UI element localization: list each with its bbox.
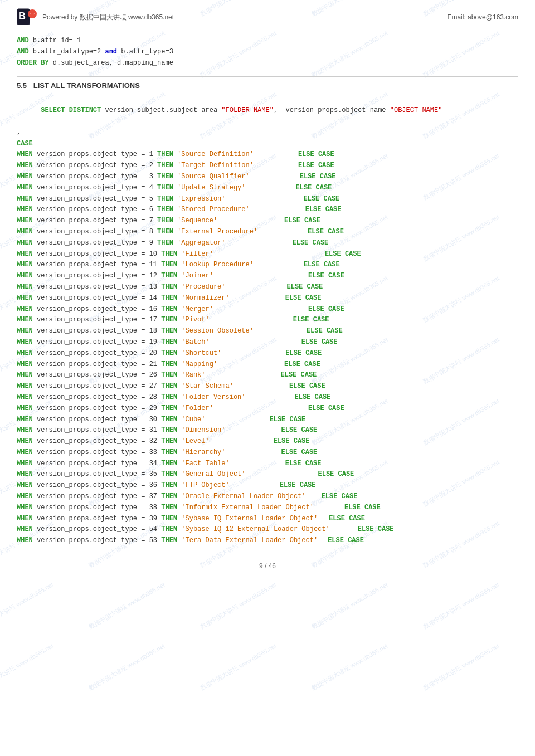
page-footer: 9 / 46 [17,558,518,570]
when-line-39: WHEN version_props.object_type = 39 THEN… [17,514,518,525]
when-line-10: WHEN version_props.object_type = 10 THEN… [17,249,518,260]
when-line-38: WHEN version_props.object_type = 38 THEN… [17,503,518,514]
select-line: SELECT DISTINCT version_subject.subject_… [17,94,518,127]
when-line-36: WHEN version_props.object_type = 36 THEN… [17,480,518,491]
when-line-54: WHEN version_props.object_type = 54 THEN… [17,524,518,535]
when-line-34: WHEN version_props.object_type = 34 THEN… [17,459,518,470]
when-line-17: WHEN version_props.object_type = 17 THEN… [17,315,518,326]
powered-by-text: Powered by 数据中国大讲坛 www.db365.net [42,13,174,22]
sql-block: SELECT DISTINCT version_subject.subject_… [17,94,518,547]
svg-point-3 [31,12,34,16]
when-line-29: WHEN version_props.object_type = 29 THEN… [17,403,518,414]
when-line-32: WHEN version_props.object_type = 32 THEN… [17,436,518,447]
when-line-28: WHEN version_props.object_type = 28 THEN… [17,392,518,403]
email-info: Email: above@163.com [447,13,518,21]
when-line-16: WHEN version_props.object_type = 16 THEN… [17,304,518,315]
when-line-13: WHEN version_props.object_type = 13 THEN… [17,282,518,293]
when-line-31: WHEN version_props.object_type = 31 THEN… [17,425,518,436]
when-line-37: WHEN version_props.object_type = 37 THEN… [17,491,518,503]
svg-text:B: B [18,11,26,22]
case-keyword-line: CASE [17,139,518,150]
when-line-3: WHEN version_props.object_type = 3 THEN … [17,172,518,183]
when-line-7: WHEN version_props.object_type = 7 THEN … [17,216,518,227]
when-line-1: WHEN version_props.object_type = 1 THEN … [17,149,518,160]
when-line-12: WHEN version_props.object_type = 12 THEN… [17,271,518,282]
when-line-14: WHEN version_props.object_type = 14 THEN… [17,293,518,304]
intro-code: AND b.attr_id= 1 AND b.attr_datatype=2 a… [17,36,518,69]
intro-line-1: AND b.attr_id= 1 [17,36,518,47]
page-number: 9 / 46 [259,562,276,570]
when-line-6: WHEN version_props.object_type = 6 THEN … [17,204,518,216]
when-line-27: WHEN version_props.object_type = 27 THEN… [17,381,518,392]
when-line-8: WHEN version_props.object_type = 8 THEN … [17,227,518,238]
when-line-21: WHEN version_props.object_type = 21 THEN… [17,359,518,370]
when-line-9: WHEN version_props.object_type = 9 THEN … [17,238,518,249]
section-heading: 5.5 LIST ALL TRANSFORMATIONS [17,76,518,90]
section-title: LIST ALL TRANSFORMATIONS [33,81,140,90]
when-line-33: WHEN version_props.object_type = 33 THEN… [17,447,518,459]
intro-line-2: AND b.attr_datatype=2 and b.attr_type=3 [17,47,518,58]
when-line-30: WHEN version_props.object_type = 30 THEN… [17,414,518,426]
when-line-35: WHEN version_props.object_type = 35 THEN… [17,469,518,480]
when-line-26: WHEN version_props.object_type = 26 THEN… [17,370,518,381]
when-line-2: WHEN version_props.object_type = 2 THEN … [17,160,518,172]
when-line-5: WHEN version_props.object_type = 5 THEN … [17,194,518,205]
intro-line-3: ORDER BY d.subject_area, d.mapping_name [17,58,518,69]
comma-line: , [17,128,518,139]
when-line-53: WHEN version_props.object_type = 53 THEN… [17,535,518,547]
logo-area: B Powered by 数据中国大讲坛 www.db365.net [17,8,174,26]
page-header: B Powered by 数据中国大讲坛 www.db365.net Email… [17,8,518,31]
logo-icon: B [17,8,38,26]
when-line-20: WHEN version_props.object_type = 20 THEN… [17,348,518,359]
when-line-11: WHEN version_props.object_type = 11 THEN… [17,260,518,271]
when-line-18: WHEN version_props.object_type = 18 THEN… [17,326,518,337]
when-line-4: WHEN version_props.object_type = 4 THEN … [17,183,518,194]
when-line-19: WHEN version_props.object_type = 19 THEN… [17,337,518,348]
section-number: 5.5 [17,81,27,90]
